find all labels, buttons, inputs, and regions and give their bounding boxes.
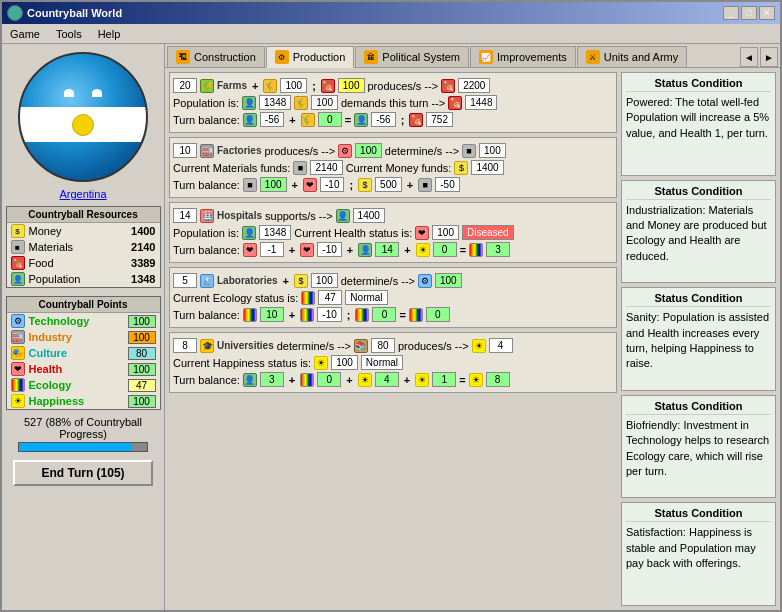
tab-units[interactable]: ⚔ Units and Army — [577, 46, 688, 67]
ball-sun — [72, 114, 94, 136]
menu-tools[interactable]: Tools — [52, 27, 86, 41]
hospitals-section: 14 🏥 Hospitals supports/s --> 👤 1400 Pop… — [169, 202, 617, 263]
uni-bal-icon1: 👤 — [243, 373, 257, 387]
maximize-button[interactable]: □ — [741, 6, 757, 20]
food-icon: 🍖 — [11, 256, 25, 270]
resource-row-materials: ■ Materials 2140 — [7, 239, 160, 255]
country-name[interactable]: Argentina — [59, 188, 106, 200]
construction-tab-icon: 🏗 — [176, 50, 190, 64]
tab-improvements[interactable]: 📈 Improvements — [470, 46, 576, 67]
farms-balance-label: Turn balance: — [173, 114, 240, 126]
industry-value: 100 — [128, 331, 156, 344]
status-title-4: Status Condition — [626, 507, 771, 522]
point-row-ecology: Ecology 47 — [7, 377, 160, 393]
end-turn-button[interactable]: End Turn (105) — [13, 460, 153, 486]
factories-money-icon: $ — [454, 161, 468, 175]
status-box-1: Status Condition Industrialization: Mate… — [621, 180, 776, 284]
health-label: Health — [29, 363, 124, 375]
hospitals-supports-arrow: supports/s --> — [265, 210, 333, 222]
culture-value: 80 — [128, 347, 156, 360]
farms-bal-v3: -56 — [371, 112, 395, 127]
farms-bal-v2: 0 — [318, 112, 342, 127]
ball-eye-left — [64, 89, 74, 97]
sections: 20 🌾 Farms + 🌾 100 ; 🍖 100 produces/s --… — [169, 72, 617, 606]
hospitals-label: Hospitals — [217, 210, 262, 221]
progress-text: 527 (88% of Countryball Progress) — [8, 416, 159, 440]
farms-demand-arrow: demands this turn --> — [341, 97, 445, 109]
health-icon: ❤ — [11, 362, 25, 376]
farms-pop: 1348 — [259, 95, 291, 110]
labs-bal-v2: -10 — [317, 307, 341, 322]
hospitals-count: 14 — [173, 208, 197, 223]
tab-prev-button[interactable]: ◄ — [740, 47, 758, 67]
tab-construction-label: Construction — [194, 51, 256, 63]
farms-bal-v1: -56 — [260, 112, 284, 127]
tab-next-button[interactable]: ► — [760, 47, 778, 67]
factories-bal-v3: 500 — [375, 177, 402, 192]
money-value: 1400 — [131, 225, 155, 237]
labs-count: 5 — [173, 273, 197, 288]
point-row-technology: ⚙ Technology 100 — [7, 313, 160, 329]
hosp-bal-v1: -1 — [260, 242, 284, 257]
uni-det-val: 80 — [371, 338, 395, 353]
hospitals-row2: Population is: 👤 1348 Current Health sta… — [173, 225, 613, 240]
factories-mat-val: 2140 — [310, 160, 342, 175]
close-button[interactable]: ✕ — [759, 6, 775, 20]
resource-row-population: 👤 Population 1348 — [7, 271, 160, 287]
farms-pop-label: Population is: — [173, 97, 239, 109]
hospitals-icon: 🏥 — [200, 209, 214, 223]
points-box: Countryball Points ⚙ Technology 100 🏭 In… — [6, 296, 161, 410]
materials-icon: ■ — [11, 240, 25, 254]
happiness-icon: ☀ — [11, 394, 25, 408]
app-icon — [7, 5, 23, 21]
farms-produce2: 100 — [338, 78, 365, 93]
labs-eco-icon — [301, 291, 315, 305]
factories-mat2-icon: ■ — [293, 161, 307, 175]
farms-row2: Population is: 👤 1348 🌾 100 demands this… — [173, 95, 613, 110]
farms-bal-icon3: 👤 — [354, 113, 368, 127]
improvements-tab-icon: 📈 — [479, 50, 493, 64]
resource-row-money: $ Money 1400 — [7, 223, 160, 239]
population-value: 1348 — [131, 273, 155, 285]
hospitals-support-val: 1400 — [353, 208, 385, 223]
wheat-icon: 🌾 — [263, 79, 277, 93]
labs-det-icon: ⚙ — [418, 274, 432, 288]
menu-game[interactable]: Game — [6, 27, 44, 41]
point-row-culture: 🎭 Culture 80 — [7, 345, 160, 361]
hospitals-people-icon: 👤 — [336, 209, 350, 223]
hosp-bal-icon1: ❤ — [243, 243, 257, 257]
tab-production[interactable]: ⚙ Production — [266, 46, 355, 68]
uni-bal-v5: 8 — [486, 372, 510, 387]
hospitals-pop-icon: 👤 — [242, 226, 256, 240]
farms-row1: 20 🌾 Farms + 🌾 100 ; 🍖 100 produces/s --… — [173, 78, 613, 93]
status-box-2: Status Condition Sanity: Population is a… — [621, 287, 776, 391]
labs-row2: Current Ecology status is: 47 Normal — [173, 290, 613, 305]
menu-bar: Game Tools Help — [2, 24, 780, 44]
tab-construction[interactable]: 🏗 Construction — [167, 46, 265, 67]
tab-political[interactable]: 🏛 Political System — [355, 46, 469, 67]
menu-help[interactable]: Help — [94, 27, 125, 41]
uni-label: Universities — [217, 340, 274, 351]
labs-row3: Turn balance: 10 + -10 ; 0 = 0 — [173, 307, 613, 322]
factories-icon: 🏭 — [200, 144, 214, 158]
minimize-button[interactable]: _ — [723, 6, 739, 20]
population-label: Population — [29, 273, 128, 285]
hospitals-health-label: Current Health status is: — [294, 227, 412, 239]
culture-label: Culture — [29, 347, 124, 359]
farms-count: 20 — [173, 78, 197, 93]
culture-icon: 🎭 — [11, 346, 25, 360]
content-area: 20 🌾 Farms + 🌾 100 ; 🍖 100 produces/s --… — [165, 68, 780, 610]
progress-bar — [18, 442, 148, 452]
factories-label: Factories — [217, 145, 261, 156]
title-bar-left: Countryball World — [7, 5, 122, 21]
happiness-value: 100 — [128, 395, 156, 408]
status-text-0: Powered: The total well-fed Population w… — [626, 95, 771, 141]
uni-produces-arrow: produces/s --> — [398, 340, 469, 352]
status-box-0: Status Condition Powered: The total well… — [621, 72, 776, 176]
labs-eco-status: Normal — [345, 290, 387, 305]
farms-demand-val: 1448 — [465, 95, 497, 110]
right-panel: 🏗 Construction ⚙ Production 🏛 Political … — [165, 44, 780, 610]
labs-produce: 100 — [311, 273, 338, 288]
uni-bal-v1: 3 — [260, 372, 284, 387]
left-panel: Argentina Countryball Resources $ Money … — [2, 44, 165, 610]
